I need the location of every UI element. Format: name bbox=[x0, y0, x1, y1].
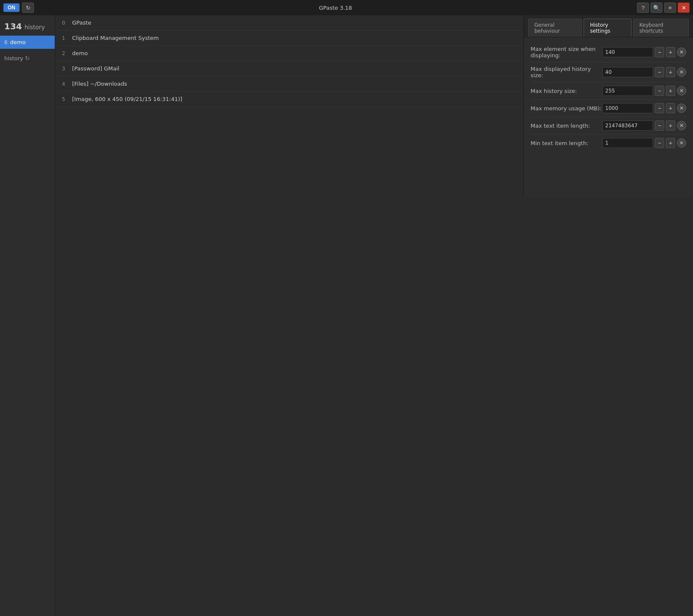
setting-control-3: 1000 − + ✕ bbox=[602, 103, 686, 113]
history-count: 134 bbox=[4, 21, 22, 31]
content-area: 0 GPaste 1 Clipboard Management System 2… bbox=[55, 15, 693, 616]
setting-label-2: Max history size: bbox=[531, 88, 602, 94]
search-icon: 🔍 bbox=[653, 5, 660, 11]
footer-history-label: history bbox=[4, 55, 23, 62]
increment-btn-0[interactable]: + bbox=[666, 47, 675, 57]
refresh-button[interactable]: ↻ bbox=[22, 3, 34, 13]
titlebar-left: ON ↻ bbox=[3, 3, 34, 13]
app-title: GPaste 3.18 bbox=[319, 5, 352, 11]
refresh-icon: ↻ bbox=[26, 5, 31, 11]
sidebar: 134 history 6 demo history ↻ bbox=[0, 15, 55, 616]
setting-row-3: Max memory usage (MB): 1000 − + ✕ bbox=[531, 100, 686, 117]
setting-row-2: Max history size: 255 − + ✕ bbox=[531, 82, 686, 100]
reset-icon-1: ✕ bbox=[679, 69, 684, 75]
sidebar-history-label: history bbox=[25, 24, 45, 31]
help-button[interactable]: ? bbox=[637, 3, 649, 13]
item-index: 0 bbox=[62, 20, 68, 26]
item-text: [Password] GMail bbox=[72, 65, 119, 72]
decrement-btn-2[interactable]: − bbox=[655, 86, 664, 96]
reset-btn-4[interactable]: ✕ bbox=[677, 121, 686, 130]
item-text: Clipboard Management System bbox=[72, 35, 159, 41]
tab-general[interactable]: General behaviour bbox=[528, 19, 582, 37]
reset-btn-3[interactable]: ✕ bbox=[677, 104, 686, 113]
setting-value-1[interactable]: 40 bbox=[602, 67, 653, 77]
footer-refresh-icon[interactable]: ↻ bbox=[25, 55, 30, 62]
setting-control-2: 255 − + ✕ bbox=[602, 86, 686, 96]
search-button[interactable]: 🔍 bbox=[651, 3, 662, 13]
setting-control-5: 1 − + ✕ bbox=[602, 138, 686, 148]
settings-content: Max element size when displaying: 140 − … bbox=[524, 37, 693, 157]
reset-icon-0: ✕ bbox=[679, 49, 684, 55]
setting-label-4: Max text item length: bbox=[531, 123, 602, 129]
tab-keyboard[interactable]: Keyboard shortcuts bbox=[633, 19, 689, 37]
reset-icon-5: ✕ bbox=[679, 140, 684, 146]
close-icon: ✕ bbox=[682, 5, 686, 11]
setting-value-4[interactable]: 2147483647 bbox=[602, 120, 653, 131]
sidebar-header: 134 history bbox=[0, 15, 55, 36]
menu-button[interactable]: ≡ bbox=[664, 3, 676, 13]
reset-icon-2: ✕ bbox=[679, 88, 684, 94]
item-index: 4 bbox=[62, 81, 68, 87]
item-index: 2 bbox=[62, 50, 68, 56]
increment-btn-3[interactable]: + bbox=[666, 103, 675, 113]
item-index: 3 bbox=[62, 66, 68, 72]
reset-icon-4: ✕ bbox=[679, 123, 684, 129]
reset-btn-5[interactable]: ✕ bbox=[677, 138, 686, 148]
setting-control-0: 140 − + ✕ bbox=[602, 47, 686, 57]
settings-tabs: General behaviourHistory settingsKeyboar… bbox=[524, 15, 693, 37]
setting-row-5: Min text item length: 1 − + ✕ bbox=[531, 134, 686, 151]
reset-icon-3: ✕ bbox=[679, 105, 684, 111]
setting-label-5: Min text item length: bbox=[531, 140, 602, 146]
decrement-btn-3[interactable]: − bbox=[655, 103, 664, 113]
sidebar-footer: history ↻ bbox=[0, 50, 55, 66]
reset-btn-2[interactable]: ✕ bbox=[677, 86, 686, 95]
setting-value-2[interactable]: 255 bbox=[602, 86, 653, 96]
decrement-btn-5[interactable]: − bbox=[655, 138, 664, 148]
item-text: demo bbox=[72, 50, 88, 56]
setting-value-3[interactable]: 1000 bbox=[602, 103, 653, 113]
item-text: [Files] ~/Downloads bbox=[72, 81, 127, 87]
item-index: 1 bbox=[62, 35, 68, 41]
item-text: [Image, 600 x 450 (09/21/15 16:31:41)] bbox=[72, 96, 182, 102]
setting-label-3: Max memory usage (MB): bbox=[531, 105, 602, 112]
setting-label-1: Max displayed history size: bbox=[531, 66, 602, 78]
on-button[interactable]: ON bbox=[3, 3, 20, 12]
decrement-btn-1[interactable]: − bbox=[655, 67, 664, 77]
titlebar: ON ↻ GPaste 3.18 ? 🔍 ≡ ✕ bbox=[0, 0, 693, 15]
item-index: 5 bbox=[62, 96, 68, 102]
increment-btn-4[interactable]: + bbox=[666, 120, 675, 131]
setting-row-0: Max element size when displaying: 140 − … bbox=[531, 42, 686, 62]
reset-btn-0[interactable]: ✕ bbox=[677, 48, 686, 57]
setting-value-5[interactable]: 1 bbox=[602, 138, 653, 148]
settings-panel: General behaviourHistory settingsKeyboar… bbox=[523, 15, 693, 198]
active-history-item[interactable]: 6 demo bbox=[0, 36, 55, 49]
decrement-btn-0[interactable]: − bbox=[655, 47, 664, 57]
increment-btn-1[interactable]: + bbox=[666, 67, 675, 77]
setting-control-1: 40 − + ✕ bbox=[602, 67, 686, 77]
active-item-name: demo bbox=[10, 39, 26, 45]
active-item-number: 6 bbox=[4, 39, 8, 45]
help-icon: ? bbox=[641, 5, 644, 11]
main-layout: 134 history 6 demo history ↻ 0 GPaste 1 … bbox=[0, 15, 693, 616]
reset-btn-1[interactable]: ✕ bbox=[677, 67, 686, 77]
increment-btn-2[interactable]: + bbox=[666, 86, 675, 96]
increment-btn-5[interactable]: + bbox=[666, 138, 675, 148]
setting-label-0: Max element size when displaying: bbox=[531, 46, 602, 59]
close-button[interactable]: ✕ bbox=[678, 3, 690, 13]
setting-control-4: 2147483647 − + ✕ bbox=[602, 120, 686, 131]
setting-row-4: Max text item length: 2147483647 − + ✕ bbox=[531, 117, 686, 134]
menu-icon: ≡ bbox=[668, 5, 672, 11]
tab-history[interactable]: History settings bbox=[584, 19, 631, 37]
decrement-btn-4[interactable]: − bbox=[655, 120, 664, 131]
setting-value-0[interactable]: 140 bbox=[602, 47, 653, 57]
item-text: GPaste bbox=[72, 20, 91, 26]
setting-row-1: Max displayed history size: 40 − + ✕ bbox=[531, 62, 686, 82]
titlebar-controls: ? 🔍 ≡ ✕ bbox=[637, 3, 690, 13]
